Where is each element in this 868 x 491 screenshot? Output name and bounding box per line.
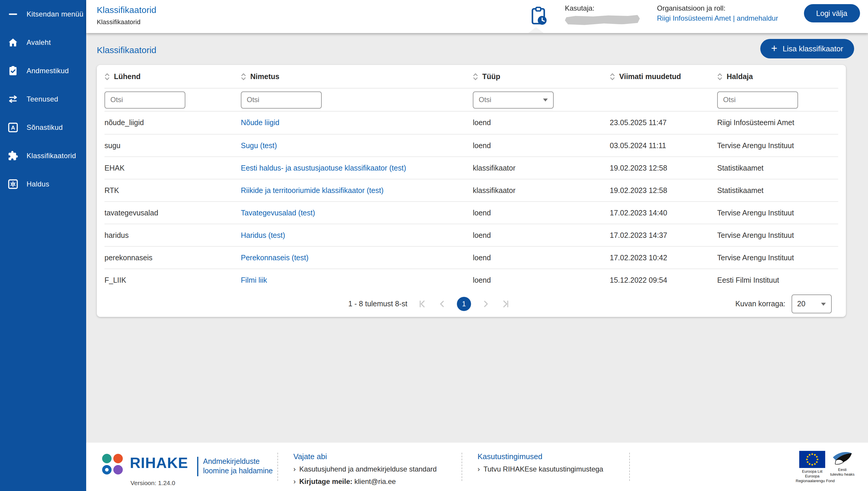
filter-input-haldaja[interactable]	[717, 91, 798, 108]
cell-manager: Statistikaamet	[717, 186, 838, 195]
eu-flag-icon	[799, 451, 825, 468]
table-row: RTK Riikide ja territooriumide klassifik…	[105, 179, 838, 201]
footer-divider	[629, 453, 630, 481]
table-row: F_LIIK Filmi liik loend 15.12.2022 09:54…	[105, 268, 838, 291]
sort-icon[interactable]	[105, 72, 110, 81]
cell-type: loend	[473, 141, 610, 150]
column-header-nimetus[interactable]: Nimetus	[241, 72, 473, 81]
content-area: Klassifikaatorid + Lisa klassifikaator L…	[86, 33, 868, 442]
cell-type: klassifikaator	[473, 164, 610, 172]
classifier-link[interactable]: Eesti haldus- ja asustusjaotuse klassifi…	[241, 164, 406, 172]
sort-icon[interactable]	[717, 72, 723, 81]
sidebar-item-sonastikud[interactable]: A Sõnastikud	[0, 113, 86, 142]
table-row: EHAK Eesti haldus- ja asustusjaotuse kla…	[105, 156, 838, 179]
column-header-luhend[interactable]: Lühend	[105, 72, 241, 81]
add-classifier-label: Lisa klassifikaator	[783, 44, 843, 53]
page-size-select[interactable]: 20	[791, 294, 831, 313]
filter-input-luhend[interactable]	[105, 91, 185, 108]
chevron-right-icon: ›	[293, 478, 296, 486]
eu-regional-fund-logo: Euroopa Liit Euroopa Regionaalarengu Fon…	[796, 451, 829, 483]
svg-text:A: A	[11, 124, 15, 131]
cell-modified: 03.05.2024 11:11	[610, 141, 717, 150]
cell-code: haridus	[105, 231, 241, 239]
page-head: Klassifikaatorid + Lisa klassifikaator	[86, 33, 868, 65]
home-icon	[8, 37, 18, 48]
table-filter-row: Otsi	[105, 88, 838, 112]
help-section: Vajate abi ›Kasutusjuhend ja andmekirjel…	[293, 452, 437, 486]
chevron-down-icon	[543, 98, 548, 101]
classifier-link[interactable]: Nõude liigid	[241, 119, 280, 127]
cell-modified: 23.05.2025 11:47	[610, 119, 717, 127]
cell-modified: 17.02.2023 10:42	[610, 254, 717, 262]
organisation-block: Organisatsioon ja roll: Riigi Infosüstee…	[657, 4, 778, 22]
pagination-summary: 1 - 8 tulemust 8-st	[348, 300, 407, 308]
sidebar-item-label: Andmestikud	[27, 67, 69, 75]
classifier-link[interactable]: Tavategevusalad (test)	[241, 209, 315, 217]
footer-divider	[278, 453, 278, 481]
sidebar-item-label: Avaleht	[27, 38, 51, 47]
filter-input-nimetus[interactable]	[241, 91, 322, 108]
filter-select-tuup[interactable]: Otsi	[473, 91, 554, 108]
cell-manager: Tervise Arengu Instituut	[717, 254, 838, 262]
cell-manager: Tervise Arengu Instituut	[717, 141, 838, 150]
clipboard-clock-icon[interactable]	[531, 6, 548, 27]
classifier-link[interactable]: Haridus (test)	[241, 231, 285, 239]
sidebar-item-klassifikaatorid[interactable]: Klassifikaatorid	[0, 142, 86, 170]
classifier-link[interactable]: Filmi liik	[241, 276, 267, 284]
sidebar-item-teenused[interactable]: Teenused	[0, 85, 86, 113]
page-title: Klassifikaatorid	[97, 45, 156, 55]
table-row: perekonnaseis Perekonnaseis (test) loend…	[105, 246, 838, 268]
table-row: sugu Sugu (test) loend 03.05.2024 11:11 …	[105, 134, 838, 156]
cell-modified: 19.02.2023 12:58	[610, 186, 717, 195]
sort-icon[interactable]	[241, 72, 246, 81]
sidebar-item-label: Teenused	[27, 95, 58, 103]
brand-divider	[197, 457, 198, 476]
chevron-right-icon: ›	[478, 465, 480, 473]
user-block: Kasutaja:	[565, 4, 640, 25]
cell-manager: Tervise Arengu Instituut	[717, 209, 838, 217]
sort-icon[interactable]	[610, 72, 615, 81]
cell-code: nõude_liigid	[105, 119, 241, 127]
column-header-viimati-muudetud[interactable]: Viimati muudetud	[610, 72, 717, 81]
sidebar-item-haldus[interactable]: Haldus	[0, 170, 86, 198]
cell-type: loend	[473, 231, 610, 239]
cell-code: sugu	[105, 141, 241, 150]
help-link-email[interactable]: ›Kirjutage meile: klient@ria.ee	[293, 478, 437, 486]
organisation-role-link[interactable]: Riigi Infosüsteemi Amet | andmehaldur	[657, 14, 778, 22]
column-header-haldaja[interactable]: Haldaja	[717, 72, 838, 81]
tooltip-pointer	[528, 27, 544, 33]
column-header-tuup[interactable]: Tüüp	[473, 72, 610, 81]
terms-link[interactable]: ›Tutvu RIHAKEse kasutustingimustega	[478, 465, 603, 473]
app-title: Klassifikaatorid	[97, 5, 156, 15]
sidebar-item-collapse-menu[interactable]: Kitsendan menüü	[0, 0, 86, 28]
next-page-button[interactable]	[481, 299, 491, 309]
footer: RIHAKE Andmekirjelduste loomine ja halda…	[86, 442, 868, 491]
classifier-link[interactable]: Sugu (test)	[241, 141, 277, 150]
terms-heading: Kasutustingimused	[478, 452, 603, 461]
current-page-button[interactable]: 1	[457, 297, 471, 311]
rihake-logo-icon	[102, 454, 123, 474]
logo-dot-teal	[102, 454, 112, 463]
logo-dot-blue-donut	[102, 465, 112, 474]
cell-manager: Tervise Arengu Instituut	[717, 231, 838, 239]
version-label: Versioon: 1.24.0	[131, 479, 175, 486]
sidebar-item-avaleht[interactable]: Avaleht	[0, 28, 86, 57]
help-link-manual[interactable]: ›Kasutusjuhend ja andmekirjelduse standa…	[293, 465, 437, 473]
last-page-button[interactable]	[500, 299, 510, 309]
classifier-link[interactable]: Riikide ja territooriumide klassifikaato…	[241, 186, 384, 195]
first-page-button[interactable]	[418, 299, 427, 309]
collapse-menu-icon	[8, 9, 18, 20]
logout-button[interactable]: Logi välja	[804, 4, 860, 22]
table-row: nõude_liigid Nõude liigid loend 23.05.20…	[105, 112, 838, 134]
pagination: 1 - 8 tulemust 8-st 1	[105, 291, 838, 317]
previous-page-button[interactable]	[437, 299, 447, 309]
sort-icon[interactable]	[473, 72, 478, 81]
page-size-label: Kuvan korraga:	[735, 300, 785, 308]
add-classifier-button[interactable]: + Lisa klassifikaator	[760, 39, 854, 58]
redacted-username	[565, 15, 640, 25]
plus-icon: +	[771, 43, 777, 54]
sidebar-item-andmestikud[interactable]: Andmestikud	[0, 57, 86, 85]
classifier-link[interactable]: Perekonnaseis (test)	[241, 254, 309, 262]
dictionary-a-icon: A	[8, 122, 18, 133]
brand-name: RIHAKE	[130, 455, 188, 471]
